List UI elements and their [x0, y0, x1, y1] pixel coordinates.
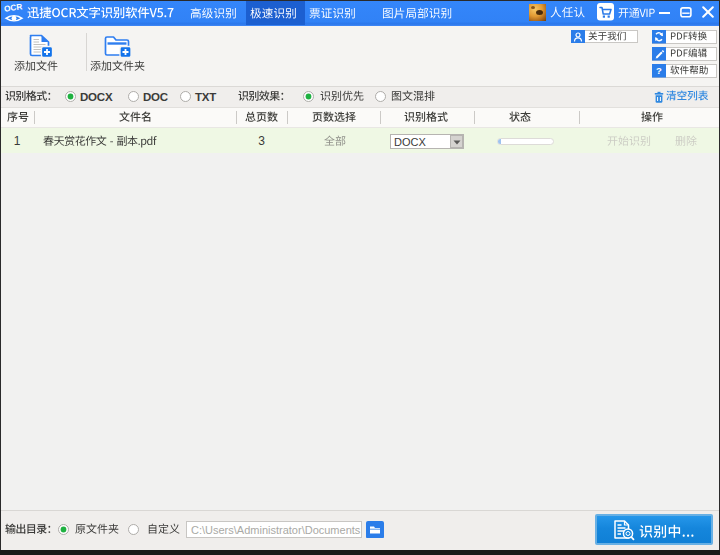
- svg-text:OCR: OCR: [3, 2, 22, 13]
- svg-text:?: ?: [656, 65, 662, 76]
